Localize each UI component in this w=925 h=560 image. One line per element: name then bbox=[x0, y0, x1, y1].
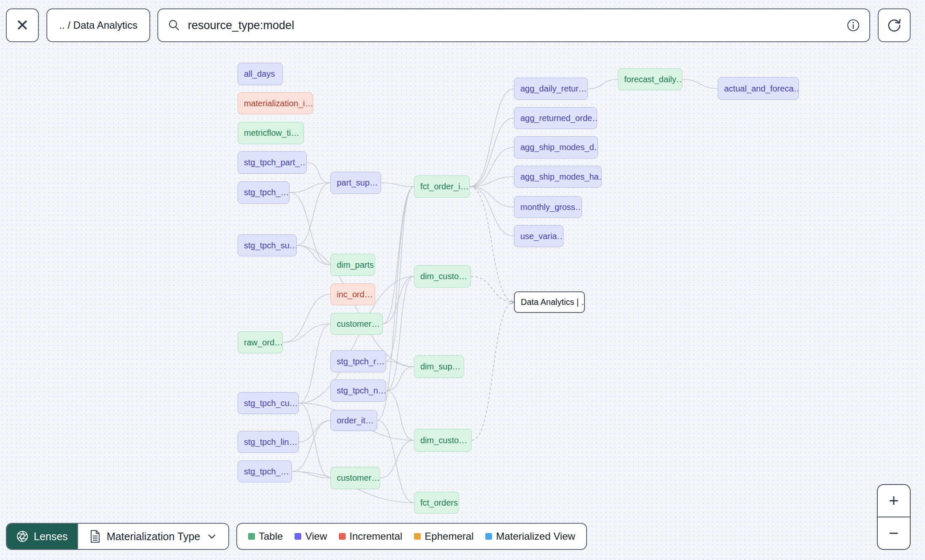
legend-swatch bbox=[485, 533, 492, 540]
materialization-legend: TableViewIncrementalEphemeralMaterialize… bbox=[236, 523, 587, 550]
node-dim_sup[interactable]: dim_sup… bbox=[414, 355, 464, 378]
node-customer_b[interactable]: customer… bbox=[330, 467, 380, 489]
node-monthly_gross[interactable]: monthly_gross… bbox=[514, 196, 582, 218]
aperture-icon bbox=[16, 530, 29, 543]
edge-order_it-fct_orders bbox=[377, 420, 414, 503]
node-customer_a[interactable]: customer… bbox=[330, 313, 383, 335]
edge-stg_tpch_lin-order_it bbox=[299, 420, 330, 442]
edge-raw_ord-customer_a bbox=[283, 324, 330, 342]
edge-fct_order_i-use_varia bbox=[470, 187, 514, 237]
lenses-label: Lenses bbox=[34, 530, 68, 543]
edge-dim_custo_bot-data_analytics bbox=[472, 302, 514, 441]
edge-stg_tpch_su-dim_parts bbox=[297, 245, 330, 265]
node-dim_custo_bot[interactable]: dim_custo… bbox=[414, 429, 472, 452]
edge-stg_tpch_n-dim_custo_bot bbox=[386, 391, 414, 441]
edge-agg_daily_retur-forecast_daily bbox=[588, 79, 618, 89]
zoom-in-button[interactable]: + bbox=[878, 485, 910, 517]
edge-stg_tpch_n-dim_custo_top bbox=[386, 277, 414, 391]
chevron-down-icon bbox=[206, 531, 217, 542]
lineage-canvas[interactable]: all_daysmaterialization_i…metricflow_ti…… bbox=[0, 0, 925, 560]
search-icon bbox=[168, 19, 180, 32]
plus-icon: + bbox=[889, 491, 898, 510]
legend-swatch bbox=[295, 533, 301, 540]
node-stg_tpch_n[interactable]: stg_tpch_n… bbox=[330, 380, 386, 402]
node-stg_tpch_part[interactable]: stg_tpch_part_… bbox=[238, 151, 307, 174]
refresh-button[interactable] bbox=[878, 8, 911, 42]
edge-part_sup-fct_order_i bbox=[381, 183, 414, 187]
legend-swatch bbox=[414, 533, 421, 540]
node-dim_parts[interactable]: dim_parts bbox=[330, 254, 375, 276]
node-data_analytics[interactable]: Data Analytics | … bbox=[514, 291, 585, 313]
legend-item-materialized-view: Materialized View bbox=[485, 530, 575, 542]
node-order_it[interactable]: order_it… bbox=[330, 410, 377, 431]
zoom-out-button[interactable]: − bbox=[878, 517, 910, 549]
legend-item-view: View bbox=[295, 530, 327, 542]
close-icon: ✕ bbox=[16, 16, 29, 35]
legend-swatch bbox=[248, 533, 255, 540]
close-button[interactable]: ✕ bbox=[6, 8, 39, 42]
legend-label: Materialized View bbox=[496, 530, 575, 542]
node-stg_tpch_b[interactable]: stg_tpch_… bbox=[238, 460, 292, 482]
legend-label: Incremental bbox=[349, 530, 402, 542]
node-agg_ship_modes_ha[interactable]: agg_ship_modes_ha… bbox=[514, 166, 602, 188]
edge-forecast_daily-actual_and_foreca bbox=[682, 79, 718, 89]
edge-dim_custo_top-data_analytics bbox=[471, 277, 514, 302]
node-part_sup[interactable]: part_sup… bbox=[330, 172, 381, 194]
node-materialization_i[interactable]: materialization_i… bbox=[238, 92, 313, 114]
edge-stg_tpch_part-part_sup bbox=[307, 163, 330, 183]
node-agg_daily_retur[interactable]: agg_daily_retur… bbox=[514, 78, 588, 100]
search-bar bbox=[157, 8, 870, 42]
edge-fct_order_i-monthly_gross bbox=[470, 187, 514, 207]
node-actual_and_foreca[interactable]: actual_and_foreca… bbox=[718, 77, 799, 100]
document-icon bbox=[89, 530, 101, 543]
node-agg_returned_orde[interactable]: agg_returned_orde… bbox=[514, 107, 597, 129]
node-stg_tpch_lin[interactable]: stg_tpch_lin… bbox=[238, 431, 299, 453]
breadcrumb[interactable]: .. / Data Analytics bbox=[46, 8, 150, 42]
edge-customer_b-dim_custo_bot bbox=[380, 440, 414, 478]
legend-item-incremental: Incremental bbox=[339, 530, 402, 542]
node-fct_orders[interactable]: fct_orders bbox=[414, 492, 459, 514]
node-use_varia[interactable]: use_varia… bbox=[514, 225, 563, 247]
lenses-bar: Lenses Materialization Type bbox=[6, 523, 229, 550]
lenses-button[interactable]: Lenses bbox=[7, 524, 77, 549]
node-all_days[interactable]: all_days bbox=[238, 63, 283, 85]
node-stg_tpch_cu[interactable]: stg_tpch_cu… bbox=[238, 392, 299, 414]
edge-fct_order_i-agg_returned_orde bbox=[470, 118, 514, 187]
edge-raw_ord-inc_ord bbox=[283, 294, 330, 342]
node-agg_ship_modes_d[interactable]: agg_ship_modes_d… bbox=[514, 136, 598, 159]
node-dim_custo_top[interactable]: dim_custo… bbox=[414, 265, 471, 288]
minus-icon: − bbox=[889, 524, 898, 543]
node-inc_ord[interactable]: inc_ord… bbox=[330, 283, 375, 305]
lens-selected-label: Materialization Type bbox=[107, 530, 200, 543]
node-raw_ord[interactable]: raw_ord… bbox=[238, 331, 283, 353]
node-forecast_daily[interactable]: forecast_daily… bbox=[618, 68, 682, 90]
legend-swatch bbox=[339, 533, 346, 540]
edge-fct_order_i-agg_daily_retur bbox=[470, 89, 514, 187]
info-icon[interactable] bbox=[847, 19, 860, 32]
node-stg_tpch_su[interactable]: stg_tpch_su… bbox=[238, 234, 297, 256]
legend-label: View bbox=[305, 530, 327, 542]
search-input[interactable] bbox=[187, 19, 840, 32]
legend-item-ephemeral: Ephemeral bbox=[414, 530, 473, 542]
edge-stg_tpch_a-part_sup bbox=[289, 183, 330, 193]
edge-fct_order_i-data_analytics bbox=[470, 187, 514, 302]
node-stg_tpch_r[interactable]: stg_tpch_r… bbox=[330, 350, 386, 372]
node-fct_order_i[interactable]: fct_order_i… bbox=[414, 175, 470, 198]
legend-item-table: Table bbox=[248, 530, 283, 542]
lens-selector[interactable]: Materialization Type bbox=[77, 524, 228, 549]
edge-stg_tpch_cu-customer_b bbox=[299, 403, 330, 478]
node-metricflow_ti[interactable]: metricflow_ti… bbox=[238, 122, 304, 144]
breadcrumb-label: .. / Data Analytics bbox=[59, 19, 137, 31]
edge-stg_tpch_su-part_sup bbox=[297, 183, 330, 246]
refresh-icon bbox=[886, 17, 902, 33]
legend-label: Ephemeral bbox=[425, 530, 473, 542]
zoom-controls: + − bbox=[877, 484, 911, 550]
node-stg_tpch_a[interactable]: stg_tpch_… bbox=[238, 181, 289, 204]
legend-label: Table bbox=[259, 530, 283, 542]
